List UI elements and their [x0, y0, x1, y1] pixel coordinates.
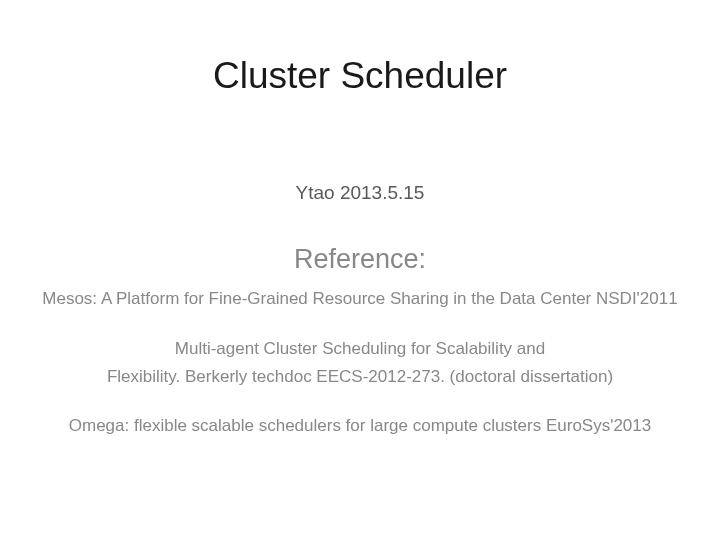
author-date: Ytao 2013.5.15 [296, 182, 425, 204]
reference-heading: Reference: [294, 244, 426, 275]
reference-item-2-line-2: Flexibility. Berkerly techdoc EECS-2012-… [107, 365, 613, 389]
reference-item-3: Omega: flexible scalable schedulers for … [69, 414, 651, 438]
reference-item-2-line-1: Multi-agent Cluster Scheduling for Scala… [175, 337, 545, 361]
slide-title: Cluster Scheduler [213, 55, 507, 97]
reference-item-1: Mesos: A Platform for Fine-Grained Resou… [42, 287, 677, 311]
